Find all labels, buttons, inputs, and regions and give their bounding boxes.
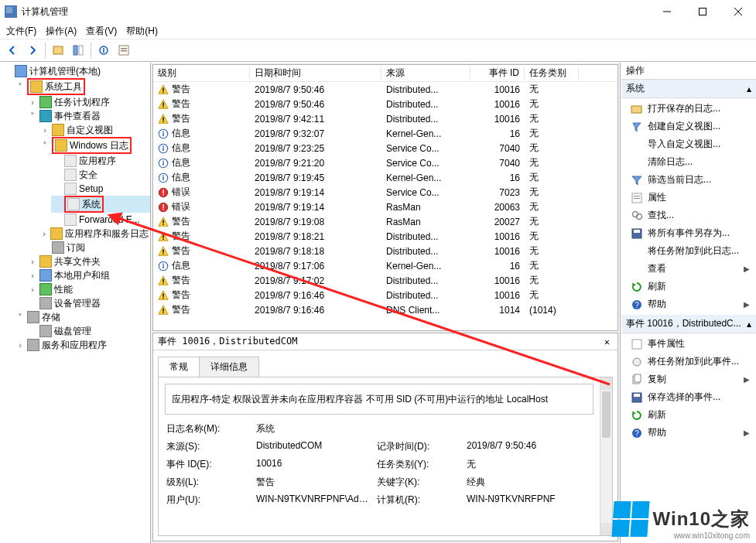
close-button[interactable] (720, 0, 756, 23)
action-refresh-event[interactable]: 刷新 (621, 406, 756, 424)
tree-services-apps[interactable]: ›服务和应用程序 (14, 338, 150, 352)
tree-device-manager[interactable]: 设备管理器 (26, 296, 150, 310)
tree-local-users[interactable]: ›本地用户和组 (26, 268, 150, 282)
detail-scrollbar[interactable] (600, 377, 612, 535)
col-datetime[interactable]: 日期和时间 (250, 67, 381, 80)
toolbar-btn-4[interactable] (115, 41, 133, 60)
actions-group-event[interactable]: 事件 10016，DistributedC... ▴ (621, 315, 756, 333)
tree-windows-logs[interactable]: ˅Windows 日志 (39, 137, 150, 154)
action-refresh[interactable]: 刷新 (621, 278, 756, 295)
action-view[interactable]: 查看▶ (621, 260, 756, 278)
menu-view[interactable]: 查看(V) (86, 25, 117, 38)
table-row[interactable]: 信息2019/8/7 9:21:20Service Co...7040无 (153, 155, 617, 170)
table-row[interactable]: 警告2019/8/7 9:42:11Distributed...10016无 (153, 111, 617, 126)
action-attach-task-to-event[interactable]: 将任务附加到此事件... (621, 353, 756, 371)
menu-help[interactable]: 帮助(H) (126, 25, 158, 38)
svg-point-20 (162, 145, 164, 147)
col-event-id[interactable]: 事件 ID (470, 67, 525, 80)
col-category[interactable]: 任务类别 (525, 67, 579, 80)
tree-label: 存储 (42, 310, 60, 324)
action-help-event[interactable]: ?帮助▶ (621, 424, 756, 442)
forward-button[interactable] (23, 41, 42, 60)
svg-rect-56 (634, 230, 640, 233)
cell-datetime: 2019/8/7 9:23:25 (250, 143, 381, 154)
label-level: 级别(L): (166, 476, 251, 489)
table-row[interactable]: 警告2019/8/7 9:16:46DNS Client...1014(1014… (153, 302, 617, 317)
menu-operation[interactable]: 操作(A) (46, 25, 77, 38)
tree-system-tools[interactable]: ˅系统工具 (14, 78, 150, 95)
action-label: 事件属性 (648, 337, 685, 350)
minimize-button[interactable] (649, 0, 685, 23)
toolbar-btn-2[interactable] (69, 41, 87, 60)
table-row[interactable]: 警告2019/8/7 9:50:46Distributed...10016无 (153, 97, 617, 111)
action-import-custom-view[interactable]: 导入自定义视图... (621, 135, 756, 153)
action-copy[interactable]: 复制▶ (621, 371, 756, 388)
tree-root[interactable]: 计算机管理(本地) (2, 64, 150, 78)
detail-close-button[interactable]: ✕ (601, 336, 613, 347)
col-level[interactable]: 级别 (153, 67, 250, 80)
tree-security-log[interactable]: 安全 (51, 168, 150, 182)
cell-level: 信息 (153, 171, 250, 184)
action-find[interactable]: 查找... (621, 207, 756, 224)
tree-event-viewer[interactable]: ˅事件查看器 (26, 109, 150, 123)
action-save-all-events[interactable]: 将所有事件另存为... (621, 224, 756, 242)
back-button[interactable] (3, 41, 22, 60)
svg-rect-64 (634, 394, 640, 397)
tree-app-service-logs[interactable]: ›应用程序和服务日志 (39, 227, 150, 241)
table-row[interactable]: 错误2019/8/7 9:19:14Service Co...7023无 (153, 185, 617, 200)
tree-label: Setup (79, 182, 103, 196)
event-table-body[interactable]: 警告2019/8/7 9:50:46Distributed...10016无警告… (153, 82, 617, 330)
table-row[interactable]: 错误2019/8/7 9:19:14RasMan20063无 (153, 200, 617, 214)
cell-event-id: 10016 (470, 99, 525, 110)
cell-event-id: 16 (470, 128, 525, 139)
cell-level: 警告 (153, 289, 250, 302)
cell-level: 警告 (153, 97, 250, 111)
table-row[interactable]: 信息2019/8/7 9:32:07Kernel-Gen...16无 (153, 126, 617, 141)
maximize-button[interactable] (685, 0, 720, 23)
action-create-custom-view[interactable]: 创建自定义视图... (621, 118, 756, 135)
toolbar-btn-1[interactable] (49, 41, 67, 60)
table-row[interactable]: 警告2019/8/7 9:16:46Distributed...10016无 (153, 288, 617, 302)
toolbar-btn-3[interactable] (94, 41, 113, 60)
chevron-right-icon: ▶ (744, 375, 750, 384)
table-row[interactable]: 信息2019/8/7 9:17:06Kernel-Gen...16无 (153, 258, 617, 273)
tree-system-log[interactable]: 系统 (51, 196, 150, 213)
tree-setup-log[interactable]: Setup (51, 182, 150, 196)
table-row[interactable]: 警告2019/8/7 9:18:18Distributed...10016无 (153, 244, 617, 258)
table-row[interactable]: 警告2019/8/7 9:17:02Distributed...10016无 (153, 273, 617, 288)
action-event-properties[interactable]: 事件属性 (621, 335, 756, 353)
table-row[interactable]: 警告2019/8/7 9:18:21Distributed...10016无 (153, 229, 617, 244)
tree-performance[interactable]: ›性能 (26, 282, 150, 296)
tree-subscriptions[interactable]: 订阅 (39, 241, 150, 254)
table-row[interactable]: 信息2019/8/7 9:23:25Service Co...7040无 (153, 141, 617, 155)
action-filter-log[interactable]: 筛选当前日志... (621, 171, 756, 189)
table-row[interactable]: 警告2019/8/7 9:50:46Distributed...10016无 (153, 82, 617, 97)
tree-forwarded-events[interactable]: Forwarded E... (51, 213, 150, 227)
cell-event-id: 20027 (470, 217, 525, 227)
tree-disk-management[interactable]: 磁盘管理 (26, 324, 150, 338)
action-help[interactable]: ?帮助▶ (621, 295, 756, 313)
cell-level: 信息 (153, 127, 250, 140)
tab-general[interactable]: 常规 (158, 357, 200, 377)
cell-event-id: 7040 (470, 143, 525, 154)
tree-storage[interactable]: ˅存储 (14, 310, 150, 324)
tab-details[interactable]: 详细信息 (199, 357, 259, 377)
action-save-selected-events[interactable]: 保存选择的事件... (621, 388, 756, 406)
action-clear-log[interactable]: 清除日志... (621, 153, 756, 171)
action-properties[interactable]: 属性 (621, 189, 756, 207)
table-row[interactable]: 信息2019/8/7 9:19:45Kernel-Gen...16无 (153, 170, 617, 185)
table-row[interactable]: 警告2019/8/7 9:19:08RasMan20027无 (153, 214, 617, 229)
tree-task-scheduler[interactable]: ›任务计划程序 (26, 95, 150, 109)
tree-shared-folders[interactable]: ›共享文件夹 (26, 254, 150, 268)
action-attach-task-to-log[interactable]: 将任务附加到此日志... (621, 242, 756, 260)
tree-app-log[interactable]: 应用程序 (51, 154, 150, 168)
menu-file[interactable]: 文件(F) (6, 25, 36, 38)
label-event-id: 事件 ID(E): (166, 458, 251, 471)
tree-label: Windows 日志 (70, 138, 128, 152)
actions-group-system[interactable]: 系统 ▴ (621, 80, 756, 98)
action-open-saved-log[interactable]: 打开保存的日志... (621, 100, 756, 118)
tree-custom-views[interactable]: ›自定义视图 (39, 123, 150, 137)
col-source[interactable]: 来源 (381, 67, 470, 80)
cell-category: (1014) (525, 305, 579, 316)
label-source: 来源(S): (166, 440, 251, 453)
